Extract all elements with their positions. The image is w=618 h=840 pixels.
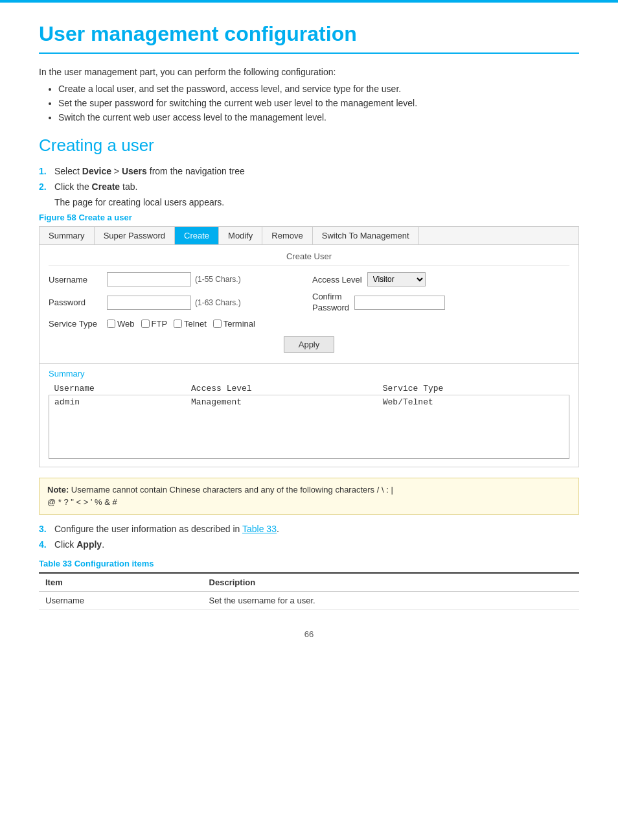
password-input[interactable]	[107, 296, 191, 310]
table-row-empty-4	[49, 446, 569, 459]
service-terminal-label[interactable]: Terminal	[213, 319, 255, 329]
table-row-empty-2	[49, 421, 569, 434]
bullet-list: Create a local user, and set the passwor…	[58, 84, 579, 122]
apply-bold: Apply	[76, 539, 102, 550]
summary-col-username: Username	[49, 382, 187, 395]
create-bold: Create	[92, 181, 120, 192]
tab-modify[interactable]: Modify	[219, 227, 262, 244]
username-hint: (1-55 Chars.)	[195, 275, 241, 284]
service-checkboxes: Web FTP Telnet Terminal	[107, 319, 255, 329]
summary-col-access-level: Access Level	[186, 382, 378, 395]
confirm-password-input[interactable]	[354, 296, 445, 310]
tab-remove[interactable]: Remove	[262, 227, 312, 244]
password-row: Password (1-63 Chars.) ConfirmPassword	[49, 292, 569, 314]
note-box: Note: Username cannot contain Chinese ch…	[39, 478, 579, 515]
password-hint: (1-63 Chars.)	[195, 298, 241, 307]
tab-bar: Summary Super Password Create Modify Rem…	[40, 227, 578, 245]
step-4-content: Click Apply.	[54, 539, 579, 550]
config-col-item: Item	[39, 573, 203, 592]
figure-label: Figure 58 Create a user	[39, 213, 579, 222]
tab-super-password[interactable]: Super Password	[95, 227, 175, 244]
step-1-content: Select Device > Users from the navigatio…	[54, 166, 579, 176]
access-level-label: Access Level	[312, 275, 362, 285]
step-2: 2. Click the Create tab.	[39, 181, 579, 192]
confirm-password-right: ConfirmPassword	[306, 292, 569, 314]
page-number: 66	[39, 629, 579, 639]
step-2-content: Click the Create tab.	[54, 181, 579, 192]
service-telnet-label[interactable]: Telnet	[174, 319, 207, 329]
row-service-type: Web/Telnet	[378, 395, 569, 409]
apply-row: Apply	[49, 336, 569, 353]
step-4-num: 4.	[39, 539, 54, 550]
summary-col-service-type: Service Type	[378, 382, 569, 395]
tab-summary[interactable]: Summary	[40, 227, 95, 244]
config-item: Username	[39, 591, 203, 609]
config-col-description: Description	[203, 573, 579, 592]
password-left: Password (1-63 Chars.)	[49, 296, 306, 310]
username-left: Username (1-55 Chars.)	[49, 272, 306, 286]
form-section-title: Create User	[49, 251, 569, 266]
summary-title: Summary	[49, 369, 569, 379]
password-label: Password	[49, 298, 107, 307]
service-type-row: Service Type Web FTP Telnet Terminal	[49, 319, 569, 329]
service-ftp-label[interactable]: FTP	[141, 319, 168, 329]
tab-switch-to-management[interactable]: Switch To Management	[313, 227, 419, 244]
confirm-password-label: ConfirmPassword	[312, 292, 349, 314]
access-level-right: Access Level Visitor Monitor Configure M…	[306, 272, 569, 286]
service-terminal-checkbox[interactable]	[213, 320, 222, 328]
section-title: Creating a user	[39, 135, 579, 156]
bullet-item: Create a local user, and set the passwor…	[58, 84, 579, 94]
table33-link[interactable]: Table 33	[242, 524, 277, 534]
step-3-num: 3.	[39, 524, 54, 534]
row-access-level: Management	[186, 395, 378, 409]
main-content: User management configuration In the use…	[0, 3, 618, 665]
step-4: 4. Click Apply.	[39, 539, 579, 550]
note-text-2: @ * ? " < > ' % & #	[47, 497, 117, 507]
note-text: Username cannot contain Chinese characte…	[71, 485, 393, 495]
bullet-item: Set the super password for switching the…	[58, 98, 579, 108]
table-label: Table 33 Configuration items	[39, 559, 579, 568]
config-row-username: Username Set the username for a user.	[39, 591, 579, 609]
config-description: Set the username for a user.	[203, 591, 579, 609]
service-type-label: Service Type	[49, 319, 107, 329]
step-2-num: 2.	[39, 181, 54, 192]
service-web-checkbox[interactable]	[107, 320, 115, 328]
summary-table: Username Access Level Service Type admin…	[49, 382, 569, 459]
username-row: Username (1-55 Chars.) Access Level Visi…	[49, 272, 569, 286]
device-bold: Device	[82, 166, 111, 176]
summary-section: Summary Username Access Level Service Ty…	[40, 363, 578, 459]
step-1-num: 1.	[39, 166, 54, 176]
service-ftp-checkbox[interactable]	[141, 320, 150, 328]
form-section: Create User Username (1-55 Chars.) Acces…	[40, 245, 578, 363]
ui-panel: Summary Super Password Create Modify Rem…	[39, 226, 579, 467]
config-header-row: Item Description	[39, 573, 579, 592]
apply-button[interactable]: Apply	[284, 336, 335, 353]
tab-create[interactable]: Create	[175, 227, 219, 244]
page-title: User management configuration	[39, 22, 579, 54]
access-level-select[interactable]: Visitor Monitor Configure Management	[367, 272, 426, 286]
summary-tbody: admin Management Web/Telnet	[49, 395, 569, 458]
username-label: Username	[49, 275, 107, 285]
table-row: admin Management Web/Telnet	[49, 395, 569, 409]
service-web-label[interactable]: Web	[107, 319, 135, 329]
username-input[interactable]	[107, 272, 191, 286]
config-table: Item Description Username Set the userna…	[39, 572, 579, 610]
step-2-sub: The page for creating local users appear…	[54, 197, 579, 207]
step-1: 1. Select Device > Users from the naviga…	[39, 166, 579, 176]
bullet-item: Switch the current web user access level…	[58, 112, 579, 122]
row-username: admin	[49, 395, 187, 409]
step-3-content: Configure the user information as descri…	[54, 524, 579, 534]
intro-text: In the user management part, you can per…	[39, 67, 579, 77]
note-label: Note:	[47, 485, 69, 495]
step-3: 3. Configure the user information as des…	[39, 524, 579, 534]
users-bold: Users	[122, 166, 147, 176]
table-row-empty-1	[49, 409, 569, 421]
service-telnet-checkbox[interactable]	[174, 320, 182, 328]
summary-header-row: Username Access Level Service Type	[49, 382, 569, 395]
table-row-empty-3	[49, 434, 569, 446]
